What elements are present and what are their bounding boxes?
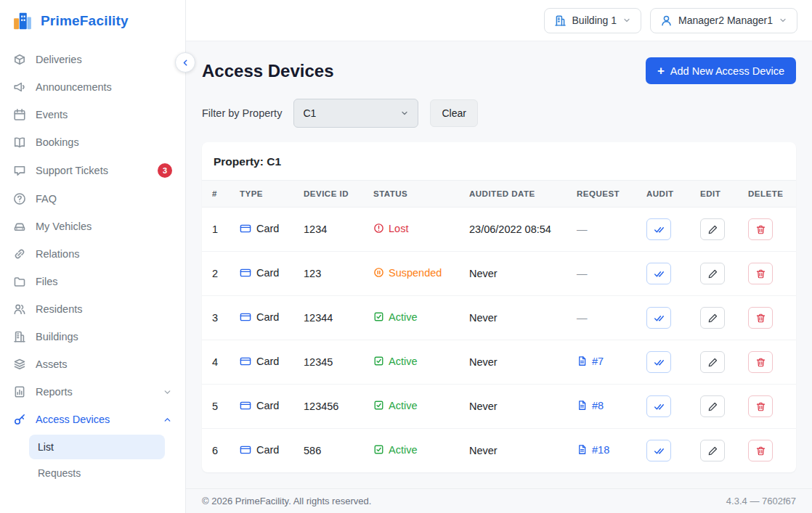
plus-icon: + [657,65,665,77]
sidebar-collapse-button[interactable] [175,52,195,73]
sidebar-nav: Deliveries Announcements Events Bookings… [0,41,185,494]
double-check-icon [654,224,665,235]
sidebar-item-label: Assets [36,358,68,370]
table-row: 5 Card 123456 Active Never # [202,385,796,429]
pencil-icon [707,224,718,235]
edit-button[interactable] [700,263,725,284]
card-icon [240,400,251,411]
sidebar-item-files[interactable]: Files [0,268,185,295]
edit-button[interactable] [700,440,725,461]
pencil-icon [707,357,718,368]
delete-button[interactable] [748,395,773,417]
status-badge: Active [373,356,418,367]
status-badge: Suspended [373,267,442,279]
filter-row: Filter by Property C1 Clear [202,99,796,128]
sidebar-item-label: Bookings [36,136,79,148]
sidebar-subitem-list[interactable]: List [29,435,165,459]
sidebar: PrimeFacility Deliveries Announcements E… [0,0,186,513]
audited-date: Never [459,340,567,385]
sidebar-item-announcements[interactable]: Announcements [0,73,185,101]
audited-date: Never [459,252,567,296]
edit-button[interactable] [700,218,725,240]
audit-button[interactable] [646,351,671,373]
column-header-num: # [202,181,230,208]
edit-button[interactable] [700,395,725,417]
request-link[interactable]: #8 [577,400,604,411]
delete-button[interactable] [748,263,773,284]
column-header-status: STATUS [363,181,459,208]
document-icon [577,444,588,455]
calendar-icon [13,108,26,121]
check-icon [373,444,384,455]
column-header-audit: AUDIT [636,181,690,208]
row-number: 6 [202,429,230,473]
sidebar-item-my-vehicles[interactable]: My Vehicles [0,213,185,240]
audit-button[interactable] [646,307,671,329]
sidebar-item-label: Access Devices [36,414,110,425]
building-selector[interactable]: Building 1 [544,8,642,33]
sidebar-item-deliveries[interactable]: Deliveries [0,46,185,73]
trash-icon [755,268,766,279]
sidebar-item-bookings[interactable]: Bookings [0,128,185,156]
edit-button[interactable] [700,307,725,329]
clear-filter-button[interactable]: Clear [430,99,477,127]
add-new-access-device-button[interactable]: + Add New Access Device [646,57,796,84]
double-check-icon [654,446,665,456]
trash-icon [755,401,766,412]
double-check-icon [654,401,665,412]
request-link[interactable]: #18 [577,444,609,456]
sidebar-item-access-devices[interactable]: Access Devices [0,406,185,433]
double-check-icon [654,313,665,324]
filter-label: Filter by Property [202,107,282,119]
table-row: 4 Card 12345 Active Never #7 [202,340,796,385]
edit-button[interactable] [700,351,725,373]
sidebar-item-assets[interactable]: Assets [0,350,185,378]
devices-table: # TYPE DEVICE ID STATUS AUDITED DATE REQ… [202,180,796,472]
request-link[interactable]: #7 [577,356,604,367]
package-icon [13,53,26,66]
chat-icon [13,164,26,177]
pause-icon [373,267,384,278]
report-icon [13,385,26,398]
delete-button[interactable] [748,307,773,329]
device-type: Card [256,444,279,456]
device-id: 123456 [293,385,363,429]
footer: © 2026 PrimeFacility. All rights reserve… [186,488,812,513]
sidebar-item-support-tickets[interactable]: Support Tickets 3 [0,156,185,185]
request-link-label: #8 [592,400,604,411]
request-empty: — [577,268,588,279]
property-filter-select[interactable]: C1 [293,99,418,128]
user-menu-label: Manager2 Manager1 [678,15,773,26]
sidebar-item-label: FAQ [36,193,57,205]
key-icon [13,413,26,426]
question-icon [13,192,26,205]
device-type: Card [256,311,279,323]
sidebar-item-events[interactable]: Events [0,101,185,128]
user-menu[interactable]: Manager2 Manager1 [650,8,797,33]
device-id: 1234 [293,208,363,252]
sidebar-item-label: Reports [36,386,73,398]
sidebar-subitem-requests[interactable]: Requests [29,461,165,485]
brand-logo[interactable]: PrimeFacility [0,0,185,41]
card-icon [240,444,251,456]
audit-button[interactable] [646,263,671,284]
sidebar-item-buildings[interactable]: Buildings [0,323,185,350]
delete-button[interactable] [748,351,773,373]
sidebar-item-faq[interactable]: FAQ [0,185,185,213]
check-icon [373,400,384,411]
audit-button[interactable] [646,395,671,417]
delete-button[interactable] [748,440,773,461]
copyright-text: © 2026 PrimeFacility. All rights reserve… [202,496,371,506]
add-button-label: Add New Access Device [670,65,784,77]
audit-button[interactable] [646,440,671,461]
page-header: Access Devices + Add New Access Device [202,57,796,84]
link-icon [13,247,26,260]
status-label: Suspended [389,267,442,279]
delete-button[interactable] [748,218,773,240]
device-type: Card [256,400,279,411]
sidebar-item-relations[interactable]: Relations [0,240,185,268]
chevron-down-icon [400,109,409,118]
sidebar-item-residents[interactable]: Residents [0,295,185,323]
audit-button[interactable] [646,218,671,240]
sidebar-item-reports[interactable]: Reports [0,378,185,406]
